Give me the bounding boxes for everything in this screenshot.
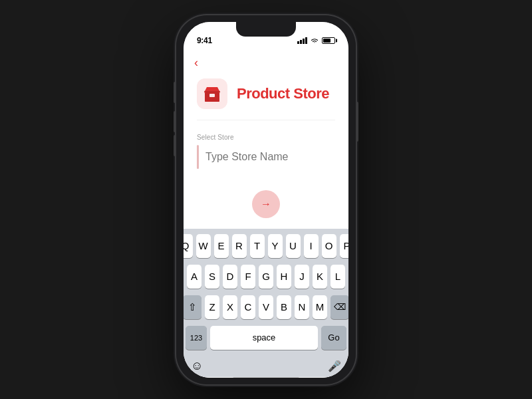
status-bar: 9:41 bbox=[184, 22, 348, 51]
input-left-border bbox=[197, 145, 199, 169]
home-line bbox=[233, 377, 299, 378]
key-n[interactable]: N bbox=[295, 295, 309, 319]
nav-bar: ‹ bbox=[184, 51, 348, 72]
key-j[interactable]: J bbox=[295, 265, 309, 289]
svg-rect-3 bbox=[211, 94, 213, 97]
key-u[interactable]: U bbox=[286, 234, 301, 258]
key-g[interactable]: G bbox=[259, 265, 273, 289]
keyboard-row-1: Q W E R T Y U I O P bbox=[186, 234, 346, 258]
key-s[interactable]: S bbox=[205, 265, 219, 289]
delete-key[interactable]: ⌫ bbox=[331, 295, 348, 319]
key-r[interactable]: R bbox=[232, 234, 247, 258]
next-arrow-icon: → bbox=[261, 198, 271, 210]
key-p[interactable]: P bbox=[340, 234, 349, 258]
page-title: Product Store bbox=[237, 85, 329, 102]
key-x[interactable]: X bbox=[223, 295, 237, 319]
notch bbox=[236, 22, 296, 37]
back-button[interactable]: ‹ bbox=[194, 56, 198, 69]
status-time: 9:41 bbox=[197, 36, 212, 45]
key-l[interactable]: L bbox=[331, 265, 345, 289]
signal-icon bbox=[297, 37, 307, 44]
keyboard: Q W E R T Y U I O P A S D F G bbox=[184, 229, 348, 377]
key-e[interactable]: E bbox=[214, 234, 229, 258]
numbers-key[interactable]: 123 bbox=[186, 326, 207, 350]
input-wrapper bbox=[197, 145, 335, 169]
shift-key[interactable]: ⇧ bbox=[184, 295, 201, 319]
key-z[interactable]: Z bbox=[205, 295, 219, 319]
keyboard-bottom-row: ☺ 🎤 bbox=[186, 356, 346, 374]
wifi-icon bbox=[311, 37, 319, 44]
key-a[interactable]: A bbox=[187, 265, 201, 289]
key-h[interactable]: H bbox=[277, 265, 291, 289]
key-q[interactable]: Q bbox=[184, 234, 193, 258]
key-b[interactable]: B bbox=[277, 295, 291, 319]
go-key[interactable]: Go bbox=[321, 326, 346, 350]
next-button-area: → bbox=[184, 180, 348, 229]
store-name-input[interactable] bbox=[205, 151, 335, 163]
header-section: Product Store bbox=[184, 72, 348, 120]
key-y[interactable]: Y bbox=[268, 234, 283, 258]
key-w[interactable]: W bbox=[196, 234, 211, 258]
mic-button[interactable]: 🎤 bbox=[328, 360, 341, 372]
input-label: Select Store bbox=[197, 134, 335, 141]
emoji-button[interactable]: ☺ bbox=[191, 359, 203, 373]
store-icon bbox=[203, 84, 221, 103]
phone-frame: 9:41 ‹ bbox=[176, 15, 356, 384]
status-icons bbox=[297, 37, 335, 44]
key-d[interactable]: D bbox=[223, 265, 237, 289]
keyboard-row-2: A S D F G H J K L bbox=[186, 265, 346, 289]
phone-screen: 9:41 ‹ bbox=[184, 22, 348, 378]
key-v[interactable]: V bbox=[259, 295, 273, 319]
key-f[interactable]: F bbox=[241, 265, 255, 289]
key-c[interactable]: C bbox=[241, 295, 255, 319]
next-button[interactable]: → bbox=[252, 190, 280, 218]
input-section: Select Store bbox=[184, 120, 348, 180]
battery-icon bbox=[322, 37, 335, 44]
svg-rect-4 bbox=[204, 90, 220, 92]
key-k[interactable]: K bbox=[313, 265, 327, 289]
home-indicator bbox=[184, 377, 348, 378]
space-key[interactable]: space bbox=[210, 326, 318, 350]
key-i[interactable]: I bbox=[304, 234, 319, 258]
keyboard-row-4: 123 space Go bbox=[186, 326, 346, 350]
keyboard-row-3: ⇧ Z X C V B N M ⌫ bbox=[186, 295, 346, 319]
key-o[interactable]: O bbox=[322, 234, 336, 258]
app-content: ‹ Product Store bbox=[184, 51, 348, 378]
key-t[interactable]: T bbox=[250, 234, 265, 258]
key-m[interactable]: M bbox=[313, 295, 327, 319]
store-icon-wrapper bbox=[197, 78, 227, 109]
